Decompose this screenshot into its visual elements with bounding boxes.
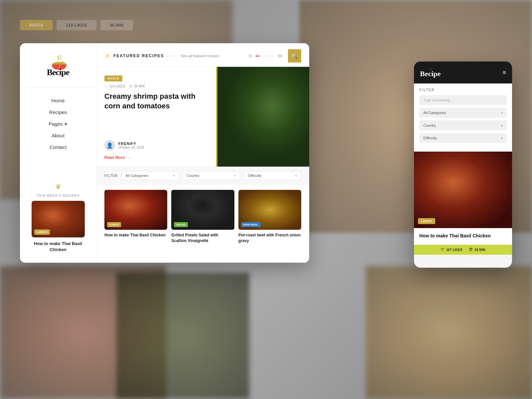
recipe-likes: ♡ 119 LIKES	[104, 84, 125, 88]
topbar-pasta-btn[interactable]: PASTA	[20, 20, 53, 30]
author-row: 👤 FRENIFY October 14, 2020	[104, 140, 208, 151]
featured-label: FEATURED RECIPES	[113, 54, 164, 58]
pagination-fill	[255, 56, 259, 57]
filter-categories-select[interactable]: All Categories ▾	[121, 171, 179, 180]
desktop-card: Becipe Home Recipes Pages ▶ About Contac…	[20, 43, 309, 263]
mobile-likes: ♡ 107 LIKES	[441, 247, 462, 252]
mobile-card-badge: LUNCH	[418, 218, 435, 224]
recipe-grid: LUNCH How to make Thai Basil Chicken SAL…	[96, 185, 309, 249]
author-name: FRENIFY	[118, 142, 144, 146]
chevron-down-icon: ▾	[501, 111, 503, 115]
top-bar: PASTA 119 LIKES 35 MIN	[20, 20, 133, 30]
mobile-recipe-info: How to make Thai Basil Chicken	[414, 228, 512, 245]
sidebar: Becipe Home Recipes Pages ▶ About Contac…	[20, 43, 96, 263]
chevron-down-icon: ▾	[501, 136, 503, 140]
clock-icon: ⏱	[469, 247, 473, 252]
bolt-icon: ⚡	[104, 53, 110, 59]
hamburger-menu-icon[interactable]: ≡	[502, 69, 506, 76]
pagination-total: 04	[278, 54, 282, 58]
mobile-filter-label: FILTER	[419, 88, 507, 92]
recipe-card-img-2: SALAD	[171, 190, 234, 230]
logo-area: Becipe	[20, 51, 96, 88]
chevron-down-icon: ▾	[501, 124, 503, 127]
author-date: October 14, 2020	[118, 146, 144, 149]
nav-recipes[interactable]: Recipes	[20, 109, 96, 115]
featured-pagination: 01 04	[249, 54, 282, 58]
chevron-down-icon: ▾	[173, 174, 175, 178]
mobile-logo: ~ Becipe	[420, 67, 441, 78]
mobile-body: FILTER Type Something... All Categories …	[414, 83, 512, 268]
topbar-time-btn[interactable]: 35 MIN	[100, 20, 133, 30]
nav-pages[interactable]: Pages ▶	[20, 121, 96, 127]
recipe-meta: ♡ 119 LIKES ⏱ 35 MIN	[104, 84, 208, 88]
featured-recipe: PASTA ♡ 119 LIKES ⏱ 35 MIN Creamy shrimp…	[96, 67, 309, 167]
recipe-card-1: LUNCH How to make Thai Basil Chicken	[104, 190, 167, 244]
mobile-food-visual	[414, 152, 512, 228]
search-icon: 🔍	[291, 53, 298, 59]
image-border-accent	[216, 67, 217, 167]
sidebar-recipe-image: LUNCH	[32, 201, 85, 237]
card-badge-3: MAIN MEAL	[241, 222, 261, 227]
mobile-header: ~ Becipe ≡	[414, 62, 512, 83]
card-badge-2: SALAD	[174, 222, 188, 227]
mobile-recipe-title: How to make Thai Basil Chicken	[419, 233, 507, 239]
mobile-recipe-image: LUNCH	[414, 152, 512, 228]
mobile-all-categories-select[interactable]: All Categories ▾	[419, 108, 507, 118]
nav-menu: Home Recipes Pages ▶ About Contact	[20, 98, 96, 150]
filter-label: FILTER	[104, 174, 118, 178]
featured-divider	[167, 56, 177, 56]
nav-pages-arrow: ▶	[65, 122, 67, 126]
nav-about[interactable]: About	[20, 133, 96, 138]
nav-home[interactable]: Home	[20, 98, 96, 103]
crown-icon: ♛	[55, 183, 61, 191]
main-content: ⚡ FEATURED RECIPES See all featured reci…	[96, 43, 309, 263]
arrow-right-icon: →	[127, 155, 131, 160]
recipe-main-title: Creamy shrimp pasta with corn and tomato…	[104, 92, 208, 111]
mobile-search-input[interactable]: Type Something...	[419, 95, 507, 105]
mobile-difficulty-select[interactable]: Difficulty ▾	[419, 133, 507, 143]
recipe-card-2: SALAD Grilled Potato Salad with Scallion…	[171, 190, 234, 244]
search-button[interactable]: 🔍	[288, 49, 301, 63]
author-avatar: 👤	[104, 140, 115, 151]
mobile-time: ⏱ 30 MIN	[469, 247, 485, 252]
recipe-card-img-3: MAIN MEAL	[238, 190, 301, 230]
author-info: FRENIFY October 14, 2020	[118, 142, 144, 149]
logo: Becipe	[37, 51, 80, 81]
card-title-1: How to make Thai Basil Chicken	[104, 232, 167, 238]
pagination-current: 01	[249, 54, 253, 58]
recipe-time: ⏱ 35 MIN	[129, 84, 145, 88]
recipe-card-3: MAIN MEAL Pot-roast beef with French oni…	[238, 190, 301, 244]
card-badge-1: LUNCH	[107, 222, 121, 227]
sidebar-bottom: ♛ THIS WEEK'S RECIPES LUNCH How to make …	[20, 183, 96, 263]
read-more-link[interactable]: Read More →	[104, 155, 208, 160]
filter-country-select[interactable]: Country ▾	[182, 171, 240, 180]
featured-recipe-image	[216, 67, 309, 167]
mobile-card: ~ Becipe ≡ FILTER Type Something... All …	[414, 62, 512, 268]
heart-icon: ♡	[104, 84, 108, 88]
mobile-country-select[interactable]: Country ▾	[419, 120, 507, 130]
mobile-filter-section: FILTER Type Something... All Categories …	[414, 83, 512, 150]
bg-food-bottom-mid	[116, 273, 249, 399]
chevron-down-icon: ▾	[234, 174, 236, 178]
sidebar-recipe-title: How to make Thai Basil Chicken	[20, 241, 96, 253]
see-all-link[interactable]: See all featured recipes	[181, 54, 219, 58]
mobile-recipe-card: LUNCH How to make Thai Basil Chicken ♡ 1…	[414, 152, 512, 268]
recipe-card-img-1: LUNCH	[104, 190, 167, 230]
card-title-3: Pot-roast beef with French onion gravy	[238, 232, 301, 244]
clock-icon: ⏱	[129, 84, 133, 88]
nav-contact[interactable]: Contact	[20, 144, 96, 150]
card-title-2: Grilled Potato Salad with Scallion Vinai…	[171, 232, 234, 244]
pagination-bar	[255, 56, 275, 57]
featured-food-visual	[216, 67, 309, 167]
filter-bar: FILTER All Categories ▾ Country ▾ Diffic…	[96, 167, 309, 185]
filter-difficulty-select[interactable]: Difficulty ▾	[243, 171, 301, 180]
heart-icon: ♡	[441, 247, 444, 252]
mobile-recipe-footer: ♡ 107 LIKES ⏱ 30 MIN	[414, 245, 512, 255]
recipe-category-badge: PASTA	[104, 75, 122, 81]
recipe-info: PASTA ♡ 119 LIKES ⏱ 35 MIN Creamy shrimp…	[96, 67, 216, 167]
featured-header: ⚡ FEATURED RECIPES See all featured reci…	[96, 43, 309, 67]
topbar-likes-btn[interactable]: 119 LIKES	[57, 20, 96, 30]
bg-food-bottom-right	[366, 266, 532, 399]
chevron-down-icon: ▾	[295, 174, 297, 178]
